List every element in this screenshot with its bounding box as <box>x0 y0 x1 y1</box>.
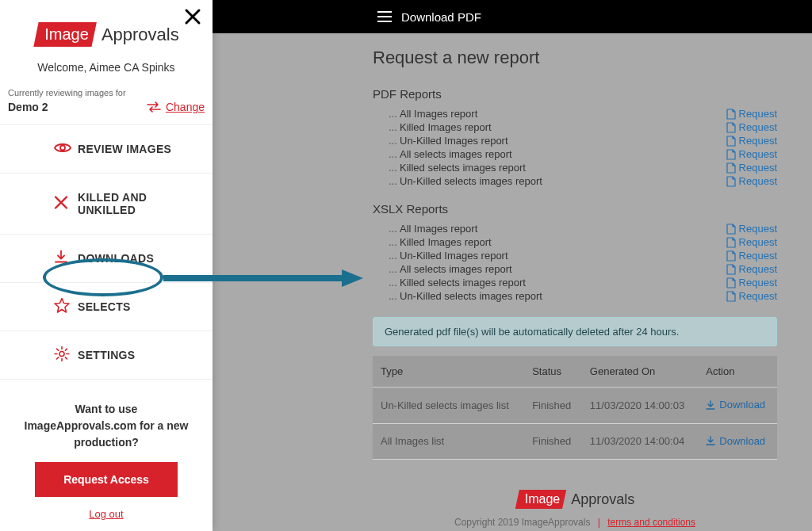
nav-settings[interactable]: SETTINGS <box>0 331 213 380</box>
footer-separator: | <box>598 517 600 528</box>
report-label: Killed selects images report <box>373 162 526 174</box>
footer-logo-mark: Image <box>515 490 566 509</box>
report-row: Un-Killed selects images reportRequest <box>373 289 777 303</box>
nav-downloads[interactable]: DOWNLOADS <box>0 235 213 283</box>
request-access-button[interactable]: Request Access <box>35 462 178 497</box>
sidebar: Image Approvals Welcome, Aimee CA Spinks… <box>0 0 213 531</box>
x-icon <box>54 196 68 212</box>
request-link[interactable]: Request <box>726 250 777 262</box>
table-row: All Images listFinished11/03/2020 14:00:… <box>373 423 777 460</box>
report-row: Un-Killed Images reportRequest <box>373 134 777 147</box>
change-project-link[interactable]: Change <box>147 101 205 113</box>
change-label: Change <box>166 101 205 113</box>
topbar-title: Download PDF <box>401 10 481 24</box>
report-label: Killed Images report <box>373 121 492 133</box>
nav-label: SETTINGS <box>78 349 135 361</box>
logo-text: Approvals <box>102 25 179 45</box>
report-row: All selects images reportRequest <box>373 262 777 276</box>
report-row: Killed selects images reportRequest <box>373 276 777 289</box>
pdf-section-title: PDF Reports <box>373 87 777 101</box>
cell-type: All Images list <box>373 423 524 460</box>
project-row: Demo 2 Change <box>0 101 213 125</box>
nav-label: DOWNLOADS <box>78 252 154 265</box>
logo: Image Approvals <box>0 0 213 55</box>
logout-link[interactable]: Log out <box>21 508 192 520</box>
report-row: Killed Images reportRequest <box>373 120 777 134</box>
notice-text: Generated pdf file(s) will be automatica… <box>385 326 679 338</box>
table-row: Un-Killed selects images listFinished11/… <box>373 388 777 424</box>
nav-killed-unkilled[interactable]: KILLED AND UNKILLED <box>0 174 213 235</box>
report-label: Un-Killed Images report <box>373 250 508 262</box>
download-icon <box>54 250 68 267</box>
welcome-text: Welcome, Aimee CA Spinks <box>0 55 213 88</box>
report-row: All Images reportRequest <box>373 222 777 235</box>
xlsx-report-list: All Images reportRequestKilled Images re… <box>373 222 777 303</box>
request-link[interactable]: Request <box>726 162 777 174</box>
request-link[interactable]: Request <box>726 121 777 133</box>
pdf-report-list: All Images reportRequestKilled Images re… <box>373 107 777 188</box>
report-row: Killed selects images reportRequest <box>373 161 777 174</box>
report-label: Killed Images report <box>373 236 492 248</box>
project-name: Demo 2 <box>8 101 48 113</box>
report-label: All selects images report <box>373 148 512 160</box>
report-label: All Images report <box>373 108 477 120</box>
cell-generated: 11/03/2020 14:00:04 <box>582 423 698 460</box>
hamburger-icon[interactable] <box>377 11 392 22</box>
downloads-table: Type Status Generated On Action Un-Kille… <box>373 356 777 460</box>
star-icon <box>54 298 70 316</box>
report-row: Un-Killed Images reportRequest <box>373 249 777 262</box>
main-content: Request a new report PDF Reports All Ima… <box>373 48 777 528</box>
svg-point-1 <box>59 352 64 357</box>
request-link[interactable]: Request <box>726 223 777 235</box>
report-row: All Images reportRequest <box>373 107 777 120</box>
cta-text: Want to use ImageApprovals.com for a new… <box>21 401 192 451</box>
copyright: Copyright 2019 ImageApprovals <box>454 517 590 528</box>
request-link[interactable]: Request <box>726 277 777 288</box>
request-link[interactable]: Request <box>726 290 777 302</box>
svg-point-0 <box>60 146 65 151</box>
reviewing-label: Currently reviewing images for <box>0 88 213 101</box>
close-icon[interactable] <box>184 8 201 28</box>
report-label: All selects images report <box>373 263 512 275</box>
nav: REVIEW IMAGES KILLED AND UNKILLED DOWNLO… <box>0 125 213 380</box>
page-title: Request a new report <box>373 48 777 68</box>
col-status: Status <box>524 356 582 388</box>
cell-status: Finished <box>524 388 582 424</box>
footer: Image Approvals Copyright 2019 ImageAppr… <box>373 490 777 528</box>
request-link[interactable]: Request <box>726 148 777 160</box>
nav-label: KILLED AND UNKILLED <box>78 191 197 216</box>
cta-block: Want to use ImageApprovals.com for a new… <box>0 385 213 531</box>
cell-generated: 11/03/2020 14:00:03 <box>582 388 698 424</box>
nav-selects[interactable]: SELECTS <box>0 283 213 331</box>
report-row: Un-Killed selects images reportRequest <box>373 174 777 188</box>
report-label: Un-Killed selects images report <box>373 175 542 187</box>
cell-status: Finished <box>524 423 582 460</box>
report-label: All Images report <box>373 223 477 235</box>
eye-icon <box>54 142 71 157</box>
nav-label: SELECTS <box>78 300 131 313</box>
request-link[interactable]: Request <box>726 175 777 187</box>
topbar: Download PDF <box>213 0 812 33</box>
report-label: Un-Killed selects images report <box>373 290 542 302</box>
col-generated: Generated On <box>582 356 698 388</box>
col-type: Type <box>373 356 524 388</box>
request-link[interactable]: Request <box>726 135 777 147</box>
notice-banner: Generated pdf file(s) will be automatica… <box>373 317 777 346</box>
report-row: Killed Images reportRequest <box>373 235 777 249</box>
nav-label: REVIEW IMAGES <box>78 143 171 155</box>
request-link[interactable]: Request <box>726 108 777 120</box>
col-action: Action <box>698 356 777 388</box>
request-link[interactable]: Request <box>726 263 777 275</box>
download-link[interactable]: Download <box>706 399 765 411</box>
footer-logo-text: Approvals <box>571 491 634 508</box>
nav-review-images[interactable]: REVIEW IMAGES <box>0 125 213 174</box>
report-label: Killed selects images report <box>373 277 526 288</box>
logo-mark: Image <box>33 22 97 47</box>
download-link[interactable]: Download <box>706 435 765 447</box>
gear-icon <box>54 346 70 365</box>
cell-type: Un-Killed selects images list <box>373 388 524 424</box>
swap-icon <box>147 101 161 113</box>
request-link[interactable]: Request <box>726 236 777 248</box>
xlsx-section-title: XSLX Reports <box>373 202 777 216</box>
terms-link[interactable]: terms and conditions <box>607 517 695 528</box>
